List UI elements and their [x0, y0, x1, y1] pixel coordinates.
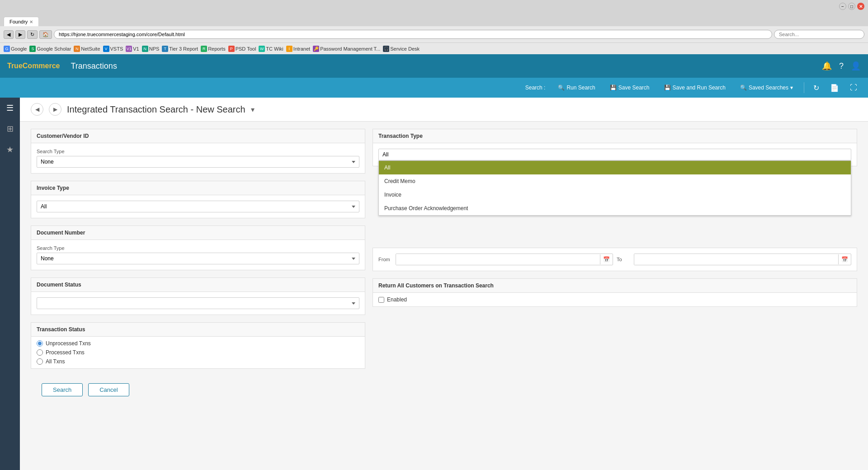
date-range-body: From 📅 To 📅	[373, 248, 857, 271]
back-nav-arrow[interactable]: ◀	[31, 103, 43, 116]
bookmark-icon-password: 🔑	[313, 46, 319, 52]
search-button[interactable]: Search	[42, 383, 83, 396]
bookmark-scholar[interactable]: S Google Scholar	[29, 46, 71, 52]
address-bar[interactable]	[54, 30, 772, 39]
run-search-label: Run Search	[566, 85, 595, 91]
radio-all-txns[interactable]: All Txns	[37, 358, 359, 365]
bookmark-label-netsuite: NetSuite	[81, 46, 100, 52]
toolbar-divider	[804, 82, 804, 93]
minimize-button[interactable]: −	[839, 3, 846, 10]
saved-searches-button[interactable]: 🔍 Saved Searches ▾	[735, 82, 798, 94]
form-left-column: Customer/Vendor ID Search Type None Equa…	[31, 129, 365, 376]
return-all-customers-header: Return All Customers on Transaction Sear…	[373, 279, 857, 293]
dropdown-item-all[interactable]: All	[379, 161, 851, 174]
bookmark-tier3[interactable]: T Tier 3 Report	[162, 46, 198, 52]
save-search-button[interactable]: 💾 Save Search	[604, 82, 655, 94]
radio-unprocessed-input[interactable]	[37, 340, 43, 347]
home-button[interactable]: 🏠	[39, 30, 52, 39]
help-button[interactable]: ?	[839, 61, 844, 71]
saved-searches-icon: 🔍	[740, 85, 747, 91]
sidebar-grid-icon[interactable]: ⊞	[5, 122, 15, 136]
sidebar-favorites-icon[interactable]: ★	[5, 143, 15, 156]
doc-search-type-select[interactable]: None Equals Contains	[37, 253, 359, 264]
enabled-checkbox-label[interactable]: Enabled	[373, 293, 857, 306]
bookmark-tcwiki[interactable]: W TC Wiki	[259, 46, 283, 52]
expand-toolbar-button[interactable]: ⛶	[846, 82, 861, 94]
bookmark-label-intranet: Intranet	[293, 46, 310, 52]
transaction-type-section: Transaction Type All All Credit	[373, 129, 857, 166]
forward-nav-arrow[interactable]: ▶	[49, 103, 61, 116]
cancel-button[interactable]: Cancel	[88, 383, 129, 396]
bookmark-label-tier3: Tier 3 Report	[169, 46, 198, 52]
dropdown-item-invoice[interactable]: Invoice	[379, 188, 851, 202]
refresh-toolbar-button[interactable]: ↻	[810, 82, 823, 94]
search-icon: 🔍	[558, 85, 565, 91]
bookmark-label-servicedesk: Service Desk	[390, 46, 420, 52]
bookmark-icon-vsts: V	[103, 46, 109, 52]
bookmark-icon-v1: V1	[126, 46, 132, 52]
search-type-select[interactable]: None Equals Contains Starts With	[37, 156, 359, 168]
sidebar-menu-icon[interactable]: ☰	[5, 101, 15, 115]
bookmark-icon-tier3: T	[162, 46, 168, 52]
bookmark-nps[interactable]: N NPS	[142, 46, 160, 52]
date-to-input[interactable]	[634, 254, 838, 265]
enabled-checkbox[interactable]	[378, 297, 384, 303]
radio-all-input[interactable]	[37, 358, 43, 365]
document-status-section: Document Status Open Closed Void	[31, 277, 365, 315]
bookmark-icon-tcwiki: W	[259, 46, 265, 52]
bookmark-label-reports: Reports	[208, 46, 226, 52]
customer-vendor-body: Search Type None Equals Contains Starts …	[31, 143, 365, 173]
bookmark-password[interactable]: 🔑 Password Management T...	[313, 46, 380, 52]
bookmark-v1[interactable]: V1 V1	[126, 46, 139, 52]
browser-search-input[interactable]	[774, 30, 864, 39]
bookmark-label-password: Password Management T...	[320, 46, 380, 52]
date-range-section: From 📅 To 📅	[373, 248, 857, 271]
radio-processed[interactable]: Processed Txns	[37, 349, 359, 356]
forward-button[interactable]: ▶	[15, 30, 25, 39]
back-button[interactable]: ◀	[4, 30, 14, 39]
navigation-bar: ◀ ▶ ↻ 🏠	[0, 26, 868, 42]
save-run-search-button[interactable]: 💾 Save and Run Search	[659, 82, 731, 94]
bookmark-psd[interactable]: P PSD Tool	[228, 46, 256, 52]
maximize-button[interactable]: □	[848, 3, 855, 10]
bookmarks-bar: G Google S Google Scholar N NetSuite V V…	[0, 42, 868, 54]
app-header: TrueCommerce Transactions 🔔 ? 👤	[0, 54, 868, 78]
close-button[interactable]: ✕	[857, 3, 864, 10]
bookmark-vsts[interactable]: V VSTS	[103, 46, 123, 52]
document-toolbar-button[interactable]: 📄	[826, 82, 843, 94]
document-status-select[interactable]: Open Closed Void	[37, 297, 359, 309]
transaction-type-select[interactable]: All	[378, 149, 851, 160]
bookmark-label-google: Google	[11, 46, 27, 52]
transaction-type-dropdown-menu: All Credit Memo Invoice Purchase Order A…	[378, 160, 851, 216]
document-number-section: Document Number Search Type None Equals …	[31, 226, 365, 270]
invoice-type-select[interactable]: All Credit Memo Invoice Purchase Order	[37, 201, 359, 212]
saved-searches-chevron: ▾	[790, 85, 793, 91]
bookmark-intranet[interactable]: I Intranet	[286, 46, 310, 52]
date-to-calendar-button[interactable]: 📅	[838, 254, 851, 264]
save-run-icon: 💾	[664, 85, 671, 91]
date-from-calendar-button[interactable]: 📅	[600, 254, 613, 264]
refresh-button[interactable]: ↻	[27, 30, 38, 39]
dropdown-item-po-ack[interactable]: Purchase Order Acknowledgement	[379, 202, 851, 215]
doc-search-type-group: Search Type None Equals Contains	[37, 245, 359, 264]
notifications-button[interactable]: 🔔	[822, 61, 832, 71]
bookmark-label-tcwiki: TC Wiki	[266, 46, 283, 52]
tab-close-button[interactable]: ✕	[29, 19, 33, 24]
page-title-dropdown-icon[interactable]: ▾	[251, 105, 255, 114]
bookmark-reports[interactable]: R Reports	[201, 46, 226, 52]
page-header: ◀ ▶ Integrated Transaction Search - New …	[20, 98, 868, 122]
bookmark-servicedesk[interactable]: 🎧 Service Desk	[383, 46, 420, 52]
dropdown-item-credit-memo[interactable]: Credit Memo	[379, 174, 851, 188]
save-search-label: Save Search	[618, 85, 650, 91]
date-from-input[interactable]	[396, 254, 600, 265]
browser-tab[interactable]: Foundry ✕	[4, 17, 39, 26]
radio-unprocessed[interactable]: Unprocessed Txns	[37, 340, 359, 347]
run-search-button[interactable]: 🔍 Run Search	[552, 82, 600, 94]
radio-processed-input[interactable]	[37, 349, 43, 356]
transaction-status-header: Transaction Status	[31, 323, 365, 337]
search-type-label: Search Type	[37, 149, 359, 154]
user-profile-button[interactable]: 👤	[851, 61, 861, 71]
bookmark-icon-reports: R	[201, 46, 207, 52]
bookmark-netsuite[interactable]: N NetSuite	[74, 46, 100, 52]
bookmark-google[interactable]: G Google	[4, 46, 27, 52]
